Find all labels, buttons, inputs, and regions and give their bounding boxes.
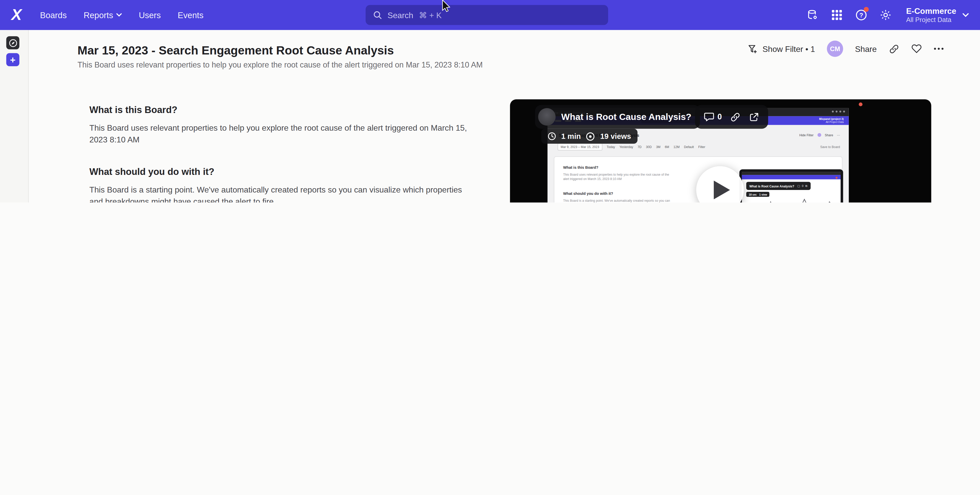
mini-hide-filter: Hide Filter xyxy=(799,133,813,137)
board-title: Mar 15, 2023 - Search Engagement Root Ca… xyxy=(78,44,394,57)
favorite-button[interactable] xyxy=(911,44,922,54)
video-title-bar: What is Root Cause Analysis? xyxy=(535,105,700,129)
primary-nav: Boards Reports Users Events xyxy=(40,0,203,30)
nav-item-users[interactable]: Users xyxy=(139,10,161,20)
search-placeholder: Search xyxy=(387,10,413,20)
nav-right-cluster: ? E-Commerce All Project Data xyxy=(806,0,969,30)
mini-paragraph-1: This Board uses relevant properties to h… xyxy=(563,173,671,181)
plus-icon: + xyxy=(10,54,15,65)
nested-video-frame: What is Root Cause Analysis? ▢0 ⧉ 18 sec… xyxy=(739,169,843,202)
chevron-down-icon xyxy=(116,13,122,17)
search-input[interactable]: Search ⌘ + K xyxy=(366,5,608,25)
mini-project-name: Mixpanel (project 3) xyxy=(819,117,844,120)
filter-plus-icon xyxy=(748,43,758,54)
mini-avatar xyxy=(817,133,821,137)
top-nav: X Boards Reports Users Events Search ⌘ +… xyxy=(0,0,980,30)
video-duration: 1 min xyxy=(562,132,581,141)
project-name: E-Commerce xyxy=(906,6,956,16)
share-button[interactable]: Share xyxy=(855,44,877,53)
mini-board-actions: Hide Filter Share ⋯ xyxy=(799,133,840,137)
nested-meta-pill: 18 sec 1 view xyxy=(746,192,770,197)
mini-more: ⋯ xyxy=(837,133,840,137)
nested-title-pill: What is Root Cause Analysis? ▢0 ⧉ xyxy=(746,182,810,190)
play-icon xyxy=(714,180,730,199)
nested-views: 1 view xyxy=(759,193,767,196)
comment-count: 0 xyxy=(718,113,722,121)
heart-icon xyxy=(911,44,922,54)
data-management-icon[interactable] xyxy=(806,9,819,21)
video-player[interactable]: Mar 15, 2023 - Root Cau... Mixpanel (pro… xyxy=(510,99,931,202)
doc-paragraph-1: This Board uses relevant properties to h… xyxy=(89,123,474,145)
mini-date-range: Mar 9, 2023 – Mar 15, 2023 xyxy=(557,143,602,150)
doc-heading-2: What should you do with it? xyxy=(89,166,214,177)
notification-badge xyxy=(864,7,869,12)
mini-save-to-board: Save to Board xyxy=(820,145,840,149)
doc-heading-1: What is this Board? xyxy=(89,104,177,115)
mini-heading-1: What is this Board? xyxy=(563,166,598,170)
left-rail: + xyxy=(0,30,29,202)
video-title: What is Root Cause Analysis? xyxy=(562,112,692,122)
eye-icon xyxy=(586,131,595,141)
mixpanel-board-app: X Boards Reports Users Events Search ⌘ +… xyxy=(0,0,980,202)
mini-browser-icons xyxy=(832,111,845,113)
board-actions: Show Filter • 1 CM Share xyxy=(748,40,944,57)
recording-indicator-icon xyxy=(859,102,862,107)
video-presenter-avatar xyxy=(538,108,555,126)
discover-boards-button[interactable] xyxy=(6,36,19,49)
compass-icon xyxy=(8,38,17,47)
chevron-down-icon xyxy=(963,13,969,17)
search-icon xyxy=(373,11,382,19)
nested-duration: 18 sec xyxy=(749,193,757,196)
show-filter-button[interactable]: Show Filter • 1 xyxy=(748,43,815,54)
project-selector[interactable]: E-Commerce All Project Data xyxy=(906,6,969,24)
mini-paragraph-2: This Board is a starting point. We've au… xyxy=(563,199,671,202)
search-shortcut: ⌘ + K xyxy=(419,10,442,20)
comment-icon[interactable] xyxy=(704,112,714,122)
recording-dot-icon xyxy=(835,177,837,179)
mini-heading-2: What should you do with it? xyxy=(563,192,613,196)
video-meta-bar: 1 min 19 views xyxy=(541,129,637,144)
mini-project-scope: All Project Data xyxy=(819,121,844,124)
ellipsis-icon xyxy=(934,48,944,50)
show-filter-label: Show Filter • 1 xyxy=(763,44,815,53)
board-subtitle: This Board uses relevant properties to h… xyxy=(78,60,483,69)
create-new-button[interactable]: + xyxy=(6,53,19,66)
nav-item-reports-label: Reports xyxy=(84,10,113,20)
link-icon[interactable] xyxy=(730,111,741,122)
mini-share: Share xyxy=(825,133,833,137)
nav-item-reports[interactable]: Reports xyxy=(84,10,122,20)
help-icon[interactable]: ? xyxy=(855,9,867,21)
video-views: 19 views xyxy=(600,132,631,141)
open-external-icon[interactable] xyxy=(749,111,760,122)
apps-grid-icon[interactable] xyxy=(830,9,843,21)
link-icon xyxy=(889,43,899,54)
video-toolbar: 0 xyxy=(695,105,768,129)
settings-gear-icon[interactable] xyxy=(879,9,892,21)
nav-item-events[interactable]: Events xyxy=(178,10,204,20)
doc-paragraph-2: This Board is a starting point. We've au… xyxy=(89,185,474,202)
copy-link-button[interactable] xyxy=(889,43,899,54)
clock-icon xyxy=(547,132,556,141)
nested-video-title: What is Root Cause Analysis? xyxy=(749,184,794,188)
mini-project-label: Mixpanel (project 3) All Project Data xyxy=(819,117,844,124)
avatar[interactable]: CM xyxy=(827,41,843,57)
nested-nav-bar xyxy=(742,175,841,179)
nav-item-boards[interactable]: Boards xyxy=(40,10,67,20)
more-menu-button[interactable] xyxy=(934,48,944,50)
mixpanel-logo-icon[interactable]: X xyxy=(8,6,25,23)
svg-text:?: ? xyxy=(859,12,863,19)
project-scope: All Project Data xyxy=(906,16,956,24)
